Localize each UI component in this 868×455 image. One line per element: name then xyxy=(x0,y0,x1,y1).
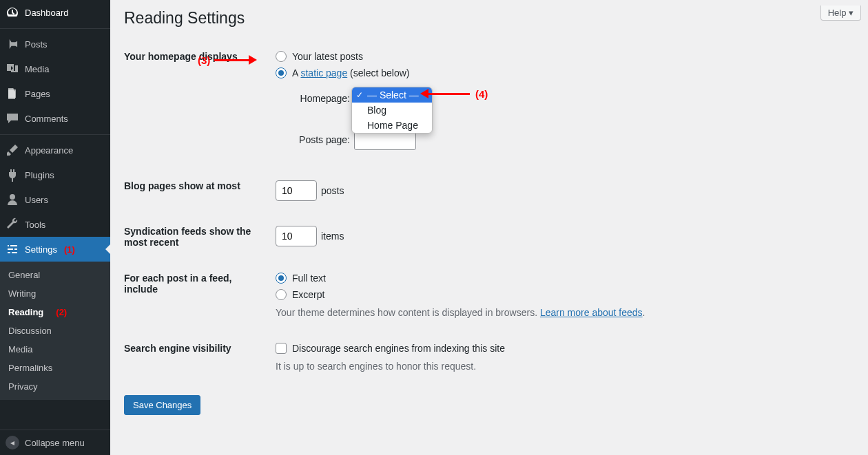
dropdown-option-homepage[interactable]: Home Page xyxy=(352,118,432,133)
menu-pages[interactable]: Pages xyxy=(0,81,110,106)
menu-label: Dashboard xyxy=(25,8,69,18)
row-feed: For each post in a feed, include Full te… xyxy=(124,260,854,330)
annotation-3: (3) xyxy=(198,54,257,66)
radio-latest-label: Your latest posts xyxy=(292,51,363,62)
annotation-1: (1) xyxy=(64,244,75,255)
input-syndication[interactable] xyxy=(276,226,317,246)
menu-users[interactable]: Users xyxy=(0,187,110,212)
menu-label: Users xyxy=(25,195,48,205)
field-search-visibility: Discourage search engines from indexing … xyxy=(276,343,854,372)
checkbox-discourage-row: Discourage search engines from indexing … xyxy=(276,343,854,354)
wrench-icon xyxy=(6,218,19,231)
static-page-link[interactable]: static page xyxy=(300,67,347,78)
submenu-permalinks[interactable]: Permalinks xyxy=(0,359,110,377)
save-button[interactable]: Save Changes xyxy=(124,395,200,415)
comment-icon xyxy=(6,112,19,125)
homepage-select-row: Homepage: — Select — Blog Home Page xyxy=(289,88,854,109)
plug-icon xyxy=(6,168,19,182)
radio-excerpt[interactable] xyxy=(276,289,287,300)
field-blog-pages: posts xyxy=(276,180,854,201)
label-feed: For each post in a feed, include xyxy=(124,273,276,295)
help-button[interactable]: Help ▾ xyxy=(820,6,861,21)
menu-tools[interactable]: Tools xyxy=(0,212,110,237)
menu-label: Media xyxy=(25,64,49,74)
annotation-2: (2) xyxy=(56,307,67,317)
menu-settings[interactable]: Settings (1) xyxy=(0,237,110,262)
page-title: Reading Settings xyxy=(124,0,854,32)
submenu-reading[interactable]: Reading (2) xyxy=(0,303,110,321)
pin-icon xyxy=(6,37,19,51)
menu-label: Settings xyxy=(25,244,57,255)
dashboard-icon xyxy=(6,6,19,19)
checkbox-discourage[interactable] xyxy=(276,343,287,354)
menu-label: Posts xyxy=(25,39,48,50)
user-icon xyxy=(6,193,19,207)
radio-latest-posts[interactable] xyxy=(276,51,287,62)
menu-posts[interactable]: Posts xyxy=(0,32,110,56)
radio-static-label: A static page (select below) xyxy=(292,67,409,78)
search-description: It is up to search engines to honor this… xyxy=(276,361,854,372)
collapse-icon: ◂ xyxy=(6,436,19,449)
row-search-visibility: Search engine visibility Discourage sear… xyxy=(124,330,854,384)
annotation-4: (4) xyxy=(420,88,488,100)
collapse-menu[interactable]: ◂ Collapse menu xyxy=(0,430,110,455)
menu-label: Appearance xyxy=(25,145,73,156)
label-blog-pages: Blog pages show at most xyxy=(124,180,276,191)
menu-label: Plugins xyxy=(25,170,54,180)
field-feed: Full text Excerpt Your theme determines … xyxy=(276,273,854,318)
menu-dashboard[interactable]: Dashboard xyxy=(0,0,110,25)
checkbox-discourage-label: Discourage search engines from indexing … xyxy=(292,343,505,354)
radio-full-text-row: Full text xyxy=(276,273,854,284)
menu-plugins[interactable]: Plugins xyxy=(0,162,110,187)
submenu-privacy[interactable]: Privacy xyxy=(0,377,110,396)
menu-label: Comments xyxy=(25,114,68,124)
media-icon xyxy=(6,62,19,76)
chevron-down-icon: ▾ xyxy=(849,8,854,18)
dropdown-option-blog[interactable]: Blog xyxy=(352,103,432,118)
input-blog-pages[interactable] xyxy=(276,180,317,201)
feed-description: Your theme determines how content is dis… xyxy=(276,307,854,318)
suffix-items: items xyxy=(321,231,344,242)
menu-comments[interactable]: Comments xyxy=(0,106,110,131)
brush-icon xyxy=(6,143,19,157)
submenu-discussion[interactable]: Discussion xyxy=(0,321,110,340)
menu-media[interactable]: Media xyxy=(0,56,110,81)
collapse-label: Collapse menu xyxy=(25,438,85,448)
homepage-select-label: Homepage: xyxy=(289,93,350,104)
sliders-icon xyxy=(6,242,19,256)
radio-latest-posts-row: Your latest posts xyxy=(276,51,854,62)
submenu-general[interactable]: General xyxy=(0,266,110,284)
row-homepage: Your homepage displays Your latest posts… xyxy=(124,39,854,168)
help-label: Help xyxy=(828,8,847,18)
radio-static-page-row: A static page (select below) xyxy=(276,67,854,78)
label-syndication: Syndication feeds show the most recent xyxy=(124,226,276,248)
pages-icon xyxy=(6,87,19,100)
menu-label: Tools xyxy=(25,220,45,230)
field-syndication: items xyxy=(276,226,854,246)
admin-sidebar: Dashboard Posts Media Pages Comments App… xyxy=(0,0,110,455)
settings-submenu: General Writing Reading (2) Discussion M… xyxy=(0,262,110,400)
radio-static-page[interactable] xyxy=(276,67,287,78)
field-homepage: Your latest posts A static page (select … xyxy=(276,51,854,156)
radio-full-text[interactable] xyxy=(276,273,287,284)
row-syndication: Syndication feeds show the most recent i… xyxy=(124,213,854,260)
radio-excerpt-row: Excerpt xyxy=(276,289,854,300)
menu-appearance[interactable]: Appearance xyxy=(0,138,110,162)
learn-more-feeds-link[interactable]: Learn more about feeds xyxy=(540,307,643,318)
form-table: Your homepage displays Your latest posts… xyxy=(124,39,854,415)
suffix-posts: posts xyxy=(321,185,344,196)
submenu-media[interactable]: Media xyxy=(0,340,110,359)
submenu-writing[interactable]: Writing xyxy=(0,284,110,303)
label-search-visibility: Search engine visibility xyxy=(124,343,276,354)
posts-page-select-label: Posts page: xyxy=(289,134,350,145)
menu-label: Pages xyxy=(25,89,50,99)
radio-full-text-label: Full text xyxy=(292,273,326,284)
submenu-label: Reading xyxy=(8,307,43,317)
row-blog-pages: Blog pages show at most posts xyxy=(124,168,854,213)
radio-excerpt-label: Excerpt xyxy=(292,289,324,300)
main-content: Help ▾ Reading Settings Your homepage di… xyxy=(110,0,868,455)
